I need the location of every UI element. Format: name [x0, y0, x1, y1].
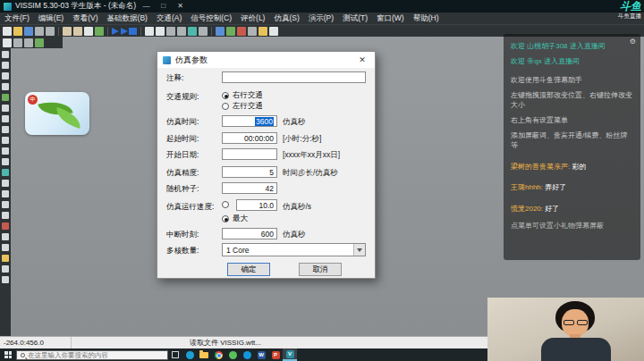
- run-continuous-icon[interactable]: [112, 28, 119, 35]
- signal-heads-icon[interactable]: [237, 27, 246, 36]
- taskbar-search[interactable]: [16, 350, 168, 360]
- links-icon[interactable]: [216, 27, 225, 36]
- routes-icon[interactable]: [2, 147, 9, 155]
- menu-help[interactable]: 帮助(H): [409, 13, 444, 24]
- chevron-down-icon[interactable]: [353, 244, 365, 256]
- qq-icon[interactable]: [240, 348, 254, 361]
- pan-icon[interactable]: [177, 27, 186, 36]
- copy-icon[interactable]: [73, 27, 82, 36]
- edge-icon[interactable]: [182, 348, 197, 361]
- refresh-icon[interactable]: [35, 38, 44, 47]
- transit-lines-icon[interactable]: [2, 201, 9, 208]
- undo-icon[interactable]: [95, 27, 104, 36]
- evaluation-icon[interactable]: [258, 27, 267, 36]
- menu-evaluation[interactable]: 评价(L): [236, 13, 269, 24]
- menu-presentation[interactable]: 演示(P): [304, 13, 338, 24]
- zoom-in-icon[interactable]: [145, 27, 154, 36]
- run-stop-icon[interactable]: [130, 28, 137, 35]
- measurement-points-icon[interactable]: [2, 222, 9, 230]
- cut-icon[interactable]: [63, 27, 72, 36]
- open-file-icon[interactable]: [13, 27, 22, 36]
- measure-icon[interactable]: [199, 27, 208, 36]
- reduced-speed-icon[interactable]: [2, 94, 9, 101]
- media-player-icon[interactable]: P: [268, 348, 283, 361]
- menu-signal-control[interactable]: 信号控制(C): [186, 13, 236, 24]
- menu-view[interactable]: 查看(V): [68, 13, 102, 24]
- minimize-button[interactable]: [140, 0, 153, 13]
- connectors-icon[interactable]: [226, 27, 235, 36]
- dialog-title-bar[interactable]: 仿真参数: [157, 52, 375, 68]
- menu-window[interactable]: 窗口(W): [372, 13, 409, 24]
- menu-base-data[interactable]: 基础数据(B): [103, 13, 152, 24]
- close-window-button[interactable]: [174, 0, 187, 13]
- signal-heads-mode-icon[interactable]: [2, 115, 9, 122]
- ok-button[interactable]: 确定: [227, 263, 270, 276]
- stop-signs-icon[interactable]: [2, 105, 9, 112]
- maximize-button[interactable]: [157, 0, 170, 13]
- detectors-mode-icon[interactable]: [2, 126, 9, 133]
- right-traffic-radio[interactable]: 右行交通: [222, 90, 263, 101]
- vehicle-inputs-icon[interactable]: [2, 137, 9, 144]
- run-single-step-icon[interactable]: [121, 28, 128, 35]
- new-window-icon[interactable]: [3, 38, 12, 47]
- resolution-input[interactable]: 5: [222, 166, 277, 178]
- nodes-icon[interactable]: [2, 212, 9, 219]
- word-icon[interactable]: W: [254, 348, 268, 361]
- wechat-icon[interactable]: [225, 348, 240, 361]
- danmaku-overlay[interactable]: 欢迎 山桃胡子308 进入直播间 欢迎 帝qx 进入直播间 欢迎使用斗鱼弹幕助手…: [504, 34, 640, 260]
- chrome-icon[interactable]: [211, 348, 225, 361]
- menu-file[interactable]: 文件(F): [0, 13, 34, 24]
- new-file-icon[interactable]: [3, 27, 12, 36]
- sim-speed-value-radio[interactable]: [222, 201, 229, 208]
- paste-icon[interactable]: [84, 27, 93, 36]
- background-icon[interactable]: [2, 276, 9, 283]
- sim-speed-max-radio[interactable]: 最大: [222, 214, 248, 224]
- detectors-icon[interactable]: [248, 27, 257, 36]
- start-button[interactable]: [0, 348, 16, 361]
- start-time-unit: [小时:分:秒]: [283, 134, 321, 145]
- save-icon[interactable]: [24, 27, 33, 36]
- priority-rules-icon[interactable]: [2, 169, 9, 176]
- search-input[interactable]: [28, 351, 164, 359]
- explorer-icon[interactable]: [197, 348, 211, 361]
- sim-speed-input[interactable]: 10.0: [236, 199, 277, 211]
- left-traffic-radio[interactable]: 左行交通: [222, 101, 263, 112]
- data-points-icon[interactable]: [2, 255, 9, 262]
- start-time-input[interactable]: 00:00:00: [222, 132, 277, 144]
- zoom-window-icon[interactable]: [166, 27, 175, 36]
- sim-time-input[interactable]: 3600: [222, 115, 277, 127]
- gear-icon[interactable]: [630, 37, 636, 47]
- start-date-input[interactable]: [222, 148, 277, 160]
- search-icon: [21, 353, 25, 357]
- connectors-mode-icon[interactable]: [2, 72, 9, 80]
- cores-select[interactable]: 1 Core: [222, 243, 366, 256]
- queue-counters-icon[interactable]: [2, 244, 9, 251]
- select-mode-icon[interactable]: [2, 51, 9, 58]
- menu-edit[interactable]: 编辑(E): [34, 13, 68, 24]
- transit-stops-icon[interactable]: [2, 190, 9, 197]
- random-seed-input[interactable]: 42: [222, 182, 277, 194]
- cascade-windows-icon[interactable]: [24, 38, 33, 47]
- read-additionally-icon[interactable]: [35, 27, 44, 36]
- tile-windows-icon[interactable]: [13, 38, 22, 47]
- parking-lots-icon[interactable]: [2, 180, 9, 187]
- chat-message: 欢迎使用斗鱼弹幕助手: [511, 75, 633, 86]
- pavement-markings-icon[interactable]: [2, 265, 9, 273]
- rotate-network-icon[interactable]: [188, 27, 197, 36]
- comment-input[interactable]: [222, 71, 366, 83]
- menu-traffic[interactable]: 交通(A): [152, 13, 186, 24]
- help-icon[interactable]: [269, 27, 278, 36]
- cancel-button[interactable]: 取消: [299, 263, 342, 276]
- zoom-out-icon[interactable]: [156, 27, 165, 36]
- travel-time-icon[interactable]: [2, 233, 9, 240]
- desired-speed-icon[interactable]: [2, 83, 9, 90]
- print-icon[interactable]: [46, 27, 55, 36]
- vissim-taskbar-icon[interactable]: V: [283, 348, 297, 361]
- break-at-input[interactable]: 600: [222, 228, 277, 239]
- dialog-close-icon[interactable]: [355, 55, 369, 64]
- menu-simulation[interactable]: 仿真(S): [269, 13, 303, 24]
- task-view-icon[interactable]: [168, 348, 182, 361]
- links-mode-icon[interactable]: [2, 62, 9, 69]
- conflict-areas-icon[interactable]: [2, 158, 9, 165]
- menu-test[interactable]: 测试(T): [338, 13, 372, 24]
